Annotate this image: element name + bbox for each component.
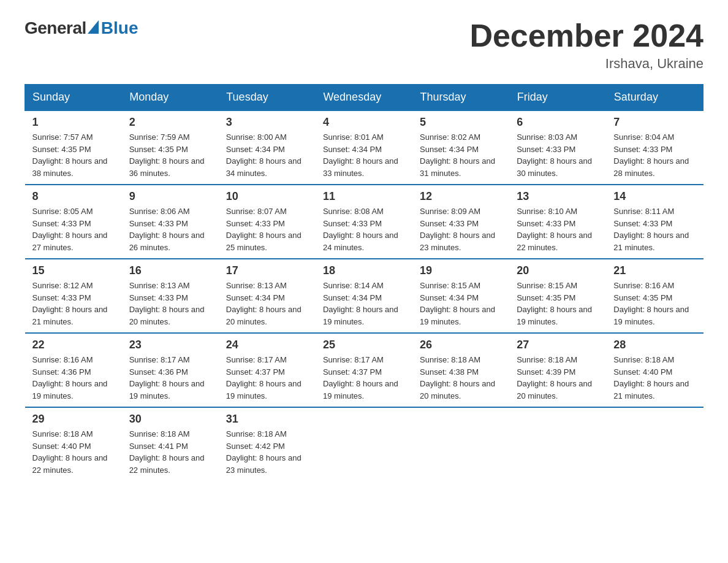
daylight-label: Daylight: 8 hours and 19 minutes. [517, 305, 592, 326]
sunrise-label: Sunrise: 8:10 AM [517, 207, 577, 216]
calendar-cell: 28 Sunrise: 8:18 AM Sunset: 4:40 PM Dayl… [606, 333, 703, 407]
sunset-label: Sunset: 4:33 PM [129, 293, 188, 302]
sunrise-label: Sunrise: 8:13 AM [129, 281, 190, 290]
daylight-label: Daylight: 8 hours and 19 minutes. [129, 379, 205, 400]
calendar-cell [412, 407, 509, 481]
day-number: 18 [323, 264, 405, 277]
sunrise-label: Sunrise: 8:18 AM [226, 429, 287, 439]
logo-triangle-icon [88, 20, 99, 34]
calendar-cell: 6 Sunrise: 8:03 AM Sunset: 4:33 PM Dayli… [509, 110, 606, 185]
calendar-cell: 22 Sunrise: 8:16 AM Sunset: 4:36 PM Dayl… [25, 333, 122, 407]
calendar-cell: 4 Sunrise: 8:01 AM Sunset: 4:34 PM Dayli… [316, 110, 412, 185]
calendar-cell: 27 Sunrise: 8:18 AM Sunset: 4:39 PM Dayl… [509, 333, 606, 407]
daylight-label: Daylight: 8 hours and 26 minutes. [129, 231, 205, 252]
sunset-label: Sunset: 4:34 PM [226, 145, 285, 154]
day-number: 4 [323, 116, 405, 129]
day-info: Sunrise: 8:08 AM Sunset: 4:33 PM Dayligh… [323, 205, 405, 253]
sunset-label: Sunset: 4:33 PM [129, 219, 188, 228]
sunset-label: Sunset: 4:39 PM [517, 367, 575, 377]
day-number: 11 [323, 190, 405, 203]
sunrise-label: Sunrise: 8:05 AM [32, 207, 93, 216]
calendar-cell: 8 Sunrise: 8:05 AM Sunset: 4:33 PM Dayli… [25, 185, 122, 259]
page-header: General Blue December 2024 Irshava, Ukra… [25, 18, 703, 72]
sunset-label: Sunset: 4:33 PM [517, 219, 575, 228]
sunset-label: Sunset: 4:35 PM [613, 293, 672, 302]
day-number: 3 [226, 116, 308, 129]
sunrise-label: Sunrise: 8:00 AM [226, 132, 287, 142]
sunrise-label: Sunrise: 8:07 AM [226, 207, 287, 216]
day-number: 30 [129, 413, 211, 426]
sunrise-label: Sunrise: 8:06 AM [129, 207, 190, 216]
daylight-label: Daylight: 8 hours and 21 minutes. [32, 305, 108, 326]
day-number: 28 [613, 339, 696, 351]
sunrise-label: Sunrise: 8:01 AM [323, 132, 384, 142]
day-number: 8 [32, 190, 115, 203]
header-saturday: Saturday [606, 85, 703, 111]
calendar-cell: 9 Sunrise: 8:06 AM Sunset: 4:33 PM Dayli… [122, 185, 219, 259]
calendar-cell: 25 Sunrise: 8:17 AM Sunset: 4:37 PM Dayl… [316, 333, 412, 407]
daylight-label: Daylight: 8 hours and 36 minutes. [129, 156, 205, 178]
day-info: Sunrise: 8:13 AM Sunset: 4:33 PM Dayligh… [129, 280, 211, 327]
sunset-label: Sunset: 4:33 PM [613, 219, 672, 228]
day-info: Sunrise: 8:18 AM Sunset: 4:42 PM Dayligh… [226, 428, 308, 476]
day-info: Sunrise: 8:10 AM Sunset: 4:33 PM Dayligh… [517, 205, 599, 253]
day-number: 5 [420, 116, 502, 129]
sunset-label: Sunset: 4:40 PM [613, 367, 672, 377]
day-info: Sunrise: 8:18 AM Sunset: 4:41 PM Dayligh… [129, 428, 211, 476]
calendar-cell: 21 Sunrise: 8:16 AM Sunset: 4:35 PM Dayl… [606, 259, 703, 333]
calendar-cell: 16 Sunrise: 8:13 AM Sunset: 4:33 PM Dayl… [122, 259, 219, 333]
sunset-label: Sunset: 4:34 PM [323, 145, 382, 154]
sunrise-label: Sunrise: 8:03 AM [517, 132, 577, 142]
sunrise-label: Sunrise: 7:59 AM [129, 132, 190, 142]
sunrise-label: Sunrise: 8:09 AM [420, 207, 480, 216]
title-section: December 2024 Irshava, Ukraine [469, 18, 703, 72]
day-number: 1 [32, 116, 115, 129]
day-info: Sunrise: 8:15 AM Sunset: 4:34 PM Dayligh… [420, 280, 502, 327]
sunset-label: Sunset: 4:33 PM [226, 219, 285, 228]
sunrise-label: Sunrise: 8:13 AM [226, 281, 287, 290]
day-number: 16 [129, 264, 211, 277]
sunrise-label: Sunrise: 8:17 AM [323, 355, 384, 364]
sunset-label: Sunset: 4:34 PM [323, 293, 382, 302]
sunrise-label: Sunrise: 8:16 AM [32, 355, 93, 364]
calendar-cell: 20 Sunrise: 8:15 AM Sunset: 4:35 PM Dayl… [509, 259, 606, 333]
day-number: 17 [226, 264, 308, 277]
calendar-cell: 31 Sunrise: 8:18 AM Sunset: 4:42 PM Dayl… [219, 407, 316, 481]
daylight-label: Daylight: 8 hours and 25 minutes. [226, 231, 301, 252]
day-number: 13 [517, 190, 599, 203]
sunrise-label: Sunrise: 8:08 AM [323, 207, 384, 216]
calendar-cell: 1 Sunrise: 7:57 AM Sunset: 4:35 PM Dayli… [25, 110, 122, 185]
sunset-label: Sunset: 4:33 PM [613, 145, 672, 154]
day-info: Sunrise: 8:03 AM Sunset: 4:33 PM Dayligh… [517, 131, 599, 179]
day-info: Sunrise: 8:09 AM Sunset: 4:33 PM Dayligh… [420, 205, 502, 253]
day-info: Sunrise: 8:04 AM Sunset: 4:33 PM Dayligh… [613, 131, 696, 179]
daylight-label: Daylight: 8 hours and 22 minutes. [517, 231, 592, 252]
daylight-label: Daylight: 8 hours and 30 minutes. [517, 156, 592, 178]
sunset-label: Sunset: 4:33 PM [517, 145, 575, 154]
day-info: Sunrise: 8:11 AM Sunset: 4:33 PM Dayligh… [613, 205, 696, 253]
sunset-label: Sunset: 4:40 PM [32, 442, 91, 451]
daylight-label: Daylight: 8 hours and 22 minutes. [129, 453, 205, 475]
day-info: Sunrise: 8:18 AM Sunset: 4:40 PM Dayligh… [32, 428, 115, 476]
calendar-week-2: 8 Sunrise: 8:05 AM Sunset: 4:33 PM Dayli… [25, 185, 703, 259]
day-number: 10 [226, 190, 308, 203]
day-info: Sunrise: 8:12 AM Sunset: 4:33 PM Dayligh… [32, 280, 115, 327]
daylight-label: Daylight: 8 hours and 20 minutes. [420, 379, 495, 400]
calendar-cell [509, 407, 606, 481]
day-info: Sunrise: 8:18 AM Sunset: 4:38 PM Dayligh… [420, 354, 502, 402]
day-number: 15 [32, 264, 115, 277]
daylight-label: Daylight: 8 hours and 19 minutes. [32, 379, 108, 400]
sunset-label: Sunset: 4:34 PM [420, 145, 479, 154]
calendar-week-5: 29 Sunrise: 8:18 AM Sunset: 4:40 PM Dayl… [25, 407, 703, 481]
daylight-label: Daylight: 8 hours and 19 minutes. [613, 305, 689, 326]
header-tuesday: Tuesday [219, 85, 316, 111]
day-info: Sunrise: 7:57 AM Sunset: 4:35 PM Dayligh… [32, 131, 115, 179]
day-info: Sunrise: 8:05 AM Sunset: 4:33 PM Dayligh… [32, 205, 115, 253]
sunset-label: Sunset: 4:33 PM [323, 219, 382, 228]
sunset-label: Sunset: 4:35 PM [32, 145, 91, 154]
day-info: Sunrise: 8:14 AM Sunset: 4:34 PM Dayligh… [323, 280, 405, 327]
day-info: Sunrise: 8:00 AM Sunset: 4:34 PM Dayligh… [226, 131, 308, 179]
day-number: 2 [129, 116, 211, 129]
day-info: Sunrise: 8:18 AM Sunset: 4:39 PM Dayligh… [517, 354, 599, 402]
sunrise-label: Sunrise: 8:18 AM [517, 355, 577, 364]
